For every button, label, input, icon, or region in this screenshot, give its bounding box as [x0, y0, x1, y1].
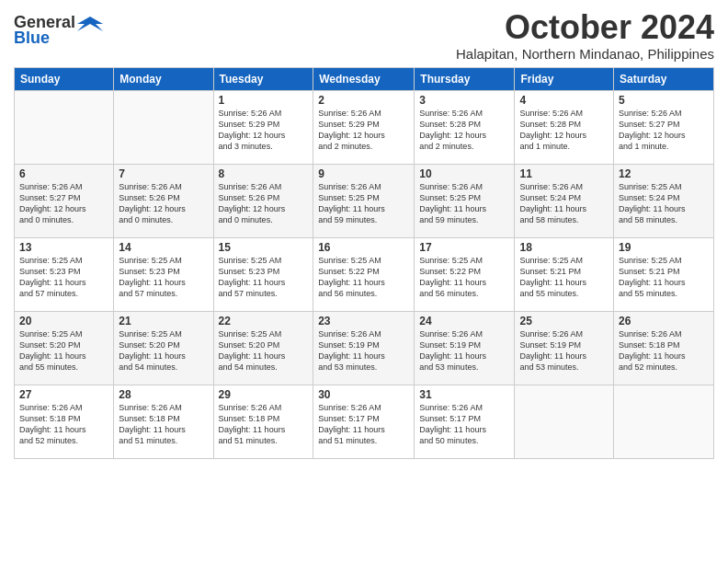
day-number: 13 — [19, 241, 108, 254]
calendar-cell — [15, 90, 114, 164]
calendar-cell: 11Sunrise: 5:26 AM Sunset: 5:24 PM Dayli… — [515, 164, 614, 237]
calendar-header-row: SundayMondayTuesdayWednesdayThursdayFrid… — [15, 67, 714, 90]
svg-marker-0 — [77, 17, 103, 31]
day-detail: Sunrise: 5:26 AM Sunset: 5:26 PM Dayligh… — [219, 181, 309, 226]
calendar-cell: 29Sunrise: 5:26 AM Sunset: 5:18 PM Dayli… — [213, 385, 313, 458]
day-number: 6 — [19, 167, 108, 180]
main-container: General Blue October 2024 Halapitan, Nor… — [0, 0, 728, 464]
calendar-header-tuesday: Tuesday — [213, 67, 313, 90]
calendar-cell: 24Sunrise: 5:26 AM Sunset: 5:19 PM Dayli… — [415, 311, 515, 385]
day-number: 2 — [318, 94, 409, 107]
day-number: 10 — [419, 167, 509, 180]
day-detail: Sunrise: 5:26 AM Sunset: 5:18 PM Dayligh… — [619, 328, 709, 373]
calendar-header-saturday: Saturday — [614, 67, 714, 90]
location-title: Halapitan, Northern Mindanao, Philippine… — [456, 46, 714, 62]
calendar-cell: 9Sunrise: 5:26 AM Sunset: 5:25 PM Daylig… — [313, 164, 415, 237]
calendar-cell: 14Sunrise: 5:25 AM Sunset: 5:23 PM Dayli… — [114, 237, 213, 311]
calendar-cell: 13Sunrise: 5:25 AM Sunset: 5:23 PM Dayli… — [15, 237, 114, 311]
calendar-cell: 20Sunrise: 5:25 AM Sunset: 5:20 PM Dayli… — [15, 311, 114, 385]
day-number: 17 — [419, 241, 509, 254]
day-detail: Sunrise: 5:25 AM Sunset: 5:20 PM Dayligh… — [219, 328, 309, 373]
day-detail: Sunrise: 5:26 AM Sunset: 5:27 PM Dayligh… — [19, 181, 108, 226]
day-number: 28 — [119, 388, 208, 401]
calendar-cell: 28Sunrise: 5:26 AM Sunset: 5:18 PM Dayli… — [114, 385, 213, 458]
calendar-cell: 26Sunrise: 5:26 AM Sunset: 5:18 PM Dayli… — [614, 311, 714, 385]
calendar-cell: 27Sunrise: 5:26 AM Sunset: 5:18 PM Dayli… — [15, 385, 114, 458]
day-number: 9 — [318, 167, 409, 180]
day-detail: Sunrise: 5:26 AM Sunset: 5:19 PM Dayligh… — [419, 328, 509, 373]
logo-blue: Blue — [14, 29, 50, 48]
calendar-cell: 19Sunrise: 5:25 AM Sunset: 5:21 PM Dayli… — [614, 237, 714, 311]
day-detail: Sunrise: 5:26 AM Sunset: 5:19 PM Dayligh… — [318, 328, 409, 373]
calendar-cell — [114, 90, 213, 164]
calendar-header-sunday: Sunday — [15, 67, 114, 90]
day-number: 5 — [619, 94, 709, 107]
calendar-cell: 17Sunrise: 5:25 AM Sunset: 5:22 PM Dayli… — [415, 237, 515, 311]
day-detail: Sunrise: 5:25 AM Sunset: 5:24 PM Dayligh… — [619, 181, 709, 226]
day-detail: Sunrise: 5:26 AM Sunset: 5:17 PM Dayligh… — [419, 402, 509, 447]
calendar-week-row: 6Sunrise: 5:26 AM Sunset: 5:27 PM Daylig… — [15, 164, 714, 237]
calendar-cell: 22Sunrise: 5:25 AM Sunset: 5:20 PM Dayli… — [213, 311, 313, 385]
logo: General Blue — [14, 13, 103, 48]
day-number: 16 — [318, 241, 409, 254]
day-detail: Sunrise: 5:25 AM Sunset: 5:21 PM Dayligh… — [519, 255, 609, 300]
calendar-table: SundayMondayTuesdayWednesdayThursdayFrid… — [14, 67, 714, 459]
calendar-week-row: 13Sunrise: 5:25 AM Sunset: 5:23 PM Dayli… — [15, 237, 714, 311]
day-detail: Sunrise: 5:25 AM Sunset: 5:23 PM Dayligh… — [19, 255, 108, 300]
calendar-cell: 16Sunrise: 5:25 AM Sunset: 5:22 PM Dayli… — [313, 237, 415, 311]
day-detail: Sunrise: 5:25 AM Sunset: 5:22 PM Dayligh… — [318, 255, 409, 300]
day-detail: Sunrise: 5:26 AM Sunset: 5:29 PM Dayligh… — [219, 108, 309, 153]
title-area: October 2024 Halapitan, Northern Mindana… — [456, 9, 714, 62]
day-detail: Sunrise: 5:25 AM Sunset: 5:22 PM Dayligh… — [419, 255, 509, 300]
day-detail: Sunrise: 5:25 AM Sunset: 5:20 PM Dayligh… — [119, 328, 208, 373]
day-number: 23 — [318, 315, 409, 327]
day-detail: Sunrise: 5:26 AM Sunset: 5:26 PM Dayligh… — [119, 181, 208, 226]
calendar-cell: 25Sunrise: 5:26 AM Sunset: 5:19 PM Dayli… — [515, 311, 614, 385]
calendar-cell: 30Sunrise: 5:26 AM Sunset: 5:17 PM Dayli… — [313, 385, 415, 458]
header-area: General Blue October 2024 Halapitan, Nor… — [14, 9, 714, 62]
day-detail: Sunrise: 5:26 AM Sunset: 5:18 PM Dayligh… — [19, 402, 108, 447]
calendar-week-row: 27Sunrise: 5:26 AM Sunset: 5:18 PM Dayli… — [15, 385, 714, 458]
day-number: 14 — [119, 241, 208, 254]
calendar-cell — [614, 385, 714, 458]
day-number: 12 — [619, 167, 709, 180]
day-detail: Sunrise: 5:26 AM Sunset: 5:28 PM Dayligh… — [519, 108, 609, 153]
day-number: 4 — [519, 94, 609, 107]
day-detail: Sunrise: 5:26 AM Sunset: 5:18 PM Dayligh… — [119, 402, 208, 447]
calendar-header-friday: Friday — [515, 67, 614, 90]
calendar-cell: 1Sunrise: 5:26 AM Sunset: 5:29 PM Daylig… — [213, 90, 313, 164]
calendar-week-row: 20Sunrise: 5:25 AM Sunset: 5:20 PM Dayli… — [15, 311, 714, 385]
day-detail: Sunrise: 5:25 AM Sunset: 5:21 PM Dayligh… — [619, 255, 709, 300]
day-detail: Sunrise: 5:25 AM Sunset: 5:23 PM Dayligh… — [119, 255, 208, 300]
calendar-cell: 3Sunrise: 5:26 AM Sunset: 5:28 PM Daylig… — [415, 90, 515, 164]
day-detail: Sunrise: 5:26 AM Sunset: 5:25 PM Dayligh… — [419, 181, 509, 226]
day-detail: Sunrise: 5:26 AM Sunset: 5:29 PM Dayligh… — [318, 108, 409, 153]
day-number: 15 — [219, 241, 309, 254]
day-number: 22 — [219, 315, 309, 327]
day-detail: Sunrise: 5:26 AM Sunset: 5:28 PM Dayligh… — [419, 108, 509, 153]
day-detail: Sunrise: 5:26 AM Sunset: 5:17 PM Dayligh… — [318, 402, 409, 447]
calendar-cell: 5Sunrise: 5:26 AM Sunset: 5:27 PM Daylig… — [614, 90, 714, 164]
day-number: 11 — [519, 167, 609, 180]
day-number: 19 — [619, 241, 709, 254]
calendar-cell: 18Sunrise: 5:25 AM Sunset: 5:21 PM Dayli… — [515, 237, 614, 311]
day-detail: Sunrise: 5:26 AM Sunset: 5:27 PM Dayligh… — [619, 108, 709, 153]
calendar-header-monday: Monday — [114, 67, 213, 90]
calendar-cell: 8Sunrise: 5:26 AM Sunset: 5:26 PM Daylig… — [213, 164, 313, 237]
calendar-cell: 10Sunrise: 5:26 AM Sunset: 5:25 PM Dayli… — [415, 164, 515, 237]
calendar-header-thursday: Thursday — [415, 67, 515, 90]
calendar-header-wednesday: Wednesday — [313, 67, 415, 90]
day-detail: Sunrise: 5:26 AM Sunset: 5:18 PM Dayligh… — [219, 402, 309, 447]
day-number: 21 — [119, 315, 208, 327]
day-number: 3 — [419, 94, 509, 107]
calendar-cell: 4Sunrise: 5:26 AM Sunset: 5:28 PM Daylig… — [515, 90, 614, 164]
day-number: 29 — [219, 388, 309, 401]
calendar-cell: 21Sunrise: 5:25 AM Sunset: 5:20 PM Dayli… — [114, 311, 213, 385]
day-number: 26 — [619, 315, 709, 327]
day-number: 7 — [119, 167, 208, 180]
day-number: 27 — [19, 388, 108, 401]
day-detail: Sunrise: 5:25 AM Sunset: 5:23 PM Dayligh… — [219, 255, 309, 300]
day-number: 30 — [318, 388, 409, 401]
month-title: October 2024 — [456, 9, 714, 46]
calendar-cell: 31Sunrise: 5:26 AM Sunset: 5:17 PM Dayli… — [415, 385, 515, 458]
